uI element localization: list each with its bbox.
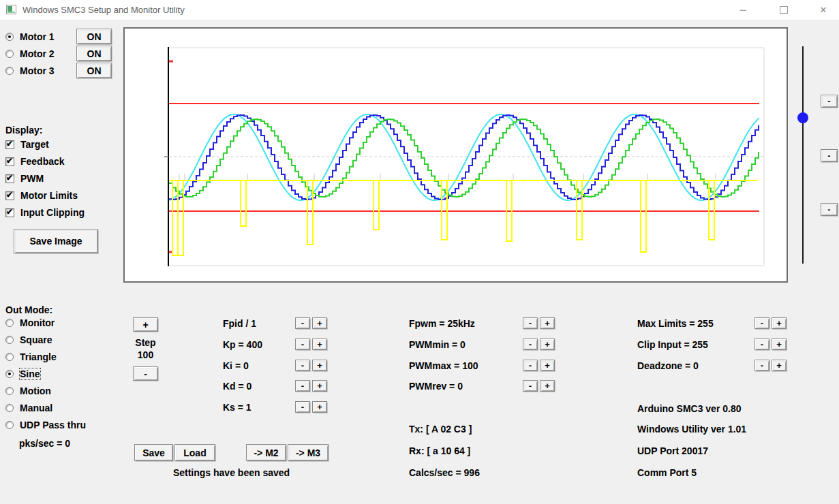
motor-1-on-button[interactable]: ON [76,29,112,44]
out-mode-manual-radio[interactable]: Manual [5,403,52,413]
motor-2-on-button[interactable]: ON [76,46,112,61]
motor-3-on-button[interactable]: ON [76,63,112,78]
kp-minus-button[interactable]: - [295,338,310,350]
step-minus-button[interactable]: - [133,366,158,381]
radio-icon [5,319,14,327]
fpwm-plus-button[interactable]: + [540,317,555,329]
udp-port: UDP Port 20017 [637,445,708,456]
checkbox-icon [5,208,14,217]
step-label: Step [133,337,158,348]
checkbox-input-clipping-label: Input Clipping [20,207,85,218]
clip-input-plus-button[interactable]: + [772,338,787,350]
pwmmin-plus-button[interactable]: + [540,338,555,350]
ks-minus-button[interactable]: - [295,401,310,413]
ks-plus-button[interactable]: + [312,401,327,413]
kd-minus-button[interactable]: - [295,380,310,392]
scale-minus-button-1[interactable]: - [821,95,838,108]
deadzone-minus-button[interactable]: - [754,360,769,371]
calcs-per-sec: Calcs/sec = 996 [409,467,480,478]
out-mode-section-label: Out Mode: [5,304,52,315]
radio-icon [5,404,14,412]
trace-chart [123,27,788,283]
ki-minus-button[interactable]: - [295,360,310,371]
radio-icon [5,421,14,429]
out-mode-triangle-radio[interactable]: Triangle [5,351,57,362]
save-settings-button[interactable]: Save [134,444,173,461]
max-limits-plus-button[interactable]: + [772,317,787,329]
minimize-button[interactable]: ─ [727,0,759,19]
scale-slider-handle[interactable] [797,112,808,123]
checkbox-input-clipping[interactable]: Input Clipping [5,207,85,218]
radio-icon [5,67,14,75]
out-mode-manual-label: Manual [20,403,52,413]
pwmrev-minus-button[interactable]: - [523,380,538,392]
pwmmax-label: PWMmax = 100 [409,360,478,371]
fpid-plus-button[interactable]: + [312,317,327,329]
out-mode-monitor-radio[interactable]: Monitor [5,317,55,328]
ki-plus-button[interactable]: + [312,360,327,371]
tx-status: Tx: [ A 02 C3 ] [409,424,472,435]
out-mode-square-radio[interactable]: Square [5,334,52,345]
out-mode-sine-label: Sine [20,368,40,379]
motor-1-radio[interactable]: Motor 1 [5,31,55,42]
chart-svg [125,29,787,281]
load-settings-button[interactable]: Load [174,444,215,461]
max-limits-minus-button[interactable]: - [754,317,769,329]
pks-per-sec-label: pks/sec = 0 [19,438,70,449]
max-limits-label: Max Limits = 255 [637,318,714,329]
radio-icon [5,370,14,378]
pwmrev-label: PWMrev = 0 [409,381,463,392]
checkbox-motor-limits[interactable]: Motor Limits [5,190,78,201]
scale-minus-button-3[interactable]: - [821,203,838,216]
fpid-minus-button[interactable]: - [295,317,310,329]
checkbox-target-label: Target [20,139,49,150]
step-value: 100 [133,349,158,360]
out-mode-triangle-label: Triangle [20,351,57,362]
clip-input-minus-button[interactable]: - [754,338,769,350]
kd-plus-button[interactable]: + [312,380,327,392]
motor-3-radio[interactable]: Motor 3 [5,65,55,76]
scale-minus-button-2[interactable]: - [821,149,838,162]
pwmmin-minus-button[interactable]: - [523,338,538,350]
kp-plus-button[interactable]: + [312,338,327,350]
fpwm-label: Fpwm = 25kHz [409,318,475,329]
radio-icon [5,387,14,395]
out-mode-motion-radio[interactable]: Motion [5,385,51,396]
deadzone-plus-button[interactable]: + [772,360,787,371]
copy-to-m3-button[interactable]: -> M3 [288,444,329,461]
motor-2-radio[interactable]: Motor 2 [5,48,55,59]
kp-label: Kp = 400 [223,339,262,350]
save-image-button[interactable]: Save Image [14,229,98,253]
step-plus-button[interactable]: + [133,317,158,332]
ks-label: Ks = 1 [223,402,251,413]
pwmrev-plus-button[interactable]: + [540,380,555,392]
pwmmin-label: PWMmin = 0 [409,339,466,350]
title-bar: Windows SMC3 Setup and Monitor Utility ─… [0,0,839,20]
maximize-button[interactable] [768,0,799,19]
pwmmax-plus-button[interactable]: + [540,360,555,371]
ki-label: Ki = 0 [223,360,249,371]
settings-status-message: Settings have been saved [134,467,329,478]
checkbox-pwm[interactable]: PWM [5,173,44,184]
scale-slider-track[interactable] [802,46,804,264]
fpwm-minus-button[interactable]: - [523,317,538,329]
checkbox-target[interactable]: Target [5,139,49,150]
out-mode-sine-radio[interactable]: Sine [5,368,40,379]
pwmmax-minus-button[interactable]: - [523,360,538,371]
firmware-version: Arduino SMC3 ver 0.80 [637,403,742,414]
out-mode-udp-radio[interactable]: UDP Pass thru [5,420,86,430]
close-icon: ✕ [820,5,827,15]
radio-icon [5,353,14,361]
copy-to-m2-button[interactable]: -> M2 [246,444,286,461]
app-icon [6,5,16,14]
checkbox-feedback[interactable]: Feedback [5,156,65,167]
fpid-label: Fpid / 1 [223,318,256,329]
out-mode-motion-label: Motion [20,385,51,396]
checkbox-icon [5,140,14,149]
maximize-icon [780,6,788,14]
comm-port: Comm Port 5 [637,467,697,478]
motor-1-label: Motor 1 [20,31,55,42]
close-button[interactable]: ✕ [808,0,839,19]
checkbox-icon [5,191,14,200]
deadzone-label: Deadzone = 0 [637,360,699,371]
